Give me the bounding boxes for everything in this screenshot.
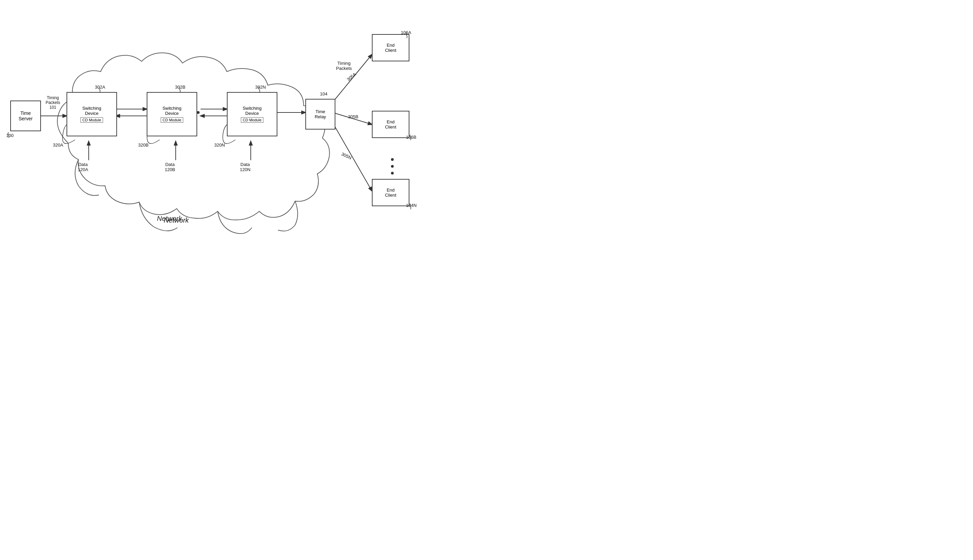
main-diagram <box>0 0 486 280</box>
end-client-b: End Client <box>372 111 410 138</box>
svg-line-15 <box>333 123 372 191</box>
end-client-b-label: End Client <box>385 119 396 130</box>
time-relay-box: Time Relay <box>305 99 335 130</box>
diagram-container: Time Server Switching Device CD Module S… <box>0 0 486 280</box>
switching-device-n: Switching Device CD Module <box>227 92 278 136</box>
ref-305b: 305B <box>348 114 358 119</box>
svg-point-17 <box>391 165 394 168</box>
ref-106b: 106B <box>406 135 416 140</box>
switching-a-label: Switching Device <box>82 106 101 116</box>
ref-320b: 320B <box>138 142 149 148</box>
ref-320a: 320A <box>53 142 63 148</box>
cd-module-b: CD Module <box>160 117 183 123</box>
time-relay-label: Time Relay <box>314 109 326 119</box>
cd-module-a: CD Module <box>80 117 103 123</box>
ref-320n: 320N <box>214 142 225 148</box>
cd-module-n: CD Module <box>241 117 263 123</box>
ref-302b: 302B <box>175 85 185 90</box>
time-server-box: Time Server <box>10 100 41 131</box>
timing-packets-left: Timing Packets 101 <box>38 95 68 110</box>
svg-point-5 <box>197 111 200 114</box>
ref-106a: 106A <box>401 30 411 35</box>
switching-device-a: Switching Device CD Module <box>67 92 117 136</box>
end-client-a-label: End Client <box>385 43 396 53</box>
end-client-n: End Client <box>372 179 410 206</box>
timing-packets-right: Timing Packets <box>336 61 352 71</box>
data-120a: Data 120A <box>78 162 88 172</box>
switching-n-label: Switching Device <box>242 106 262 116</box>
end-client-n-label: End Client <box>385 187 396 198</box>
switching-b-label: Switching Device <box>162 106 182 116</box>
network-text: Network <box>157 215 182 223</box>
data-120b: Data 120B <box>165 162 175 172</box>
ref-302n: 302N <box>255 85 266 90</box>
network-cloud <box>57 53 329 233</box>
ref-100: 100 <box>6 133 13 138</box>
end-client-a: End Client <box>372 34 410 62</box>
ref-104n: 104N <box>406 203 416 208</box>
data-120n: Data 120N <box>240 162 251 172</box>
time-server-label: Time Server <box>18 110 32 121</box>
svg-point-16 <box>391 158 394 161</box>
switching-device-b: Switching Device CD Module <box>147 92 197 136</box>
svg-point-18 <box>391 172 394 175</box>
ref-302a: 302A <box>95 85 105 90</box>
ref-104: 104 <box>320 91 328 97</box>
